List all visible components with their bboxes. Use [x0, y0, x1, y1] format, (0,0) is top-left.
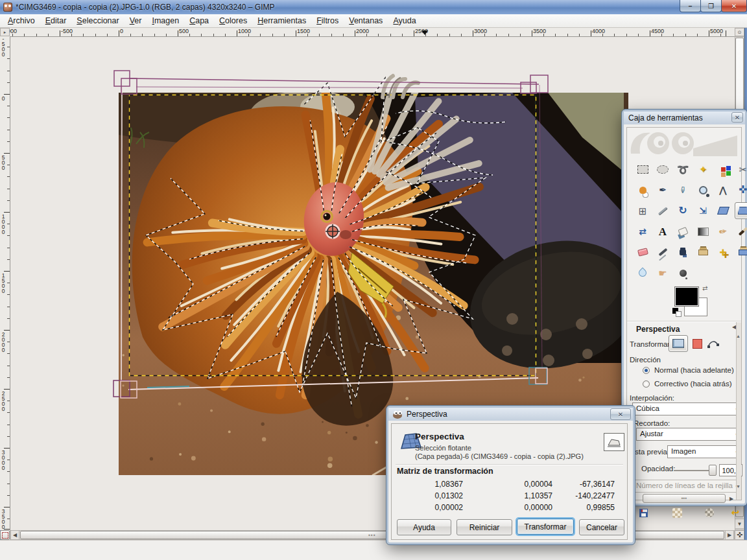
restore-icon: [672, 508, 682, 518]
smudge-tool[interactable]: ☛: [654, 264, 671, 281]
opacity-slider-track[interactable]: [674, 470, 711, 471]
move-tool[interactable]: ✜: [735, 181, 747, 198]
align-tool[interactable]: ⊞: [634, 202, 651, 219]
menu-imagen[interactable]: Imagen: [147, 15, 184, 27]
grid-slider[interactable]: ▪▪▪: [643, 494, 726, 503]
grid-lines-combo[interactable]: Número de líneas de la rejilla: [632, 480, 741, 493]
fuzzy-select-tool[interactable]: ✦: [694, 161, 711, 178]
rectangle-select-tool[interactable]: [634, 161, 651, 178]
menu-colores[interactable]: Colores: [214, 15, 252, 27]
h-ruler-label: 2000: [356, 28, 369, 34]
horizontal-ruler[interactable]: -1000-5000500100015002000250030003500400…: [10, 28, 735, 37]
pencil-tool[interactable]: ✏: [715, 223, 731, 240]
scroll-down-arrow[interactable]: ▼: [735, 519, 744, 529]
menu-herramientas[interactable]: Herramientas: [252, 15, 311, 27]
vertical-ruler[interactable]: -5000500100015002000250030003500: [0, 36, 10, 530]
menu-ver[interactable]: Ver: [124, 15, 147, 27]
title-bar[interactable]: *CIMG3469 - copia - copia (2).JPG-1.0 (R…: [0, 0, 747, 15]
foreground-color-swatch[interactable]: [675, 287, 698, 306]
measure-tool[interactable]: ⋀: [715, 181, 731, 198]
heal-tool[interactable]: ✚: [715, 244, 731, 261]
transform-button[interactable]: Transformar: [517, 519, 574, 535]
h-ruler-label: -500: [61, 28, 73, 34]
dialog-wilber-icon: [393, 410, 403, 419]
dialog-title-bar[interactable]: Perspectiva ✕: [388, 408, 633, 421]
shear-tool[interactable]: [715, 202, 731, 219]
menu-editar[interactable]: Editar: [40, 15, 72, 27]
gimp-app-icon: [3, 3, 12, 12]
gradient-tool[interactable]: [694, 223, 711, 240]
menu-ventanas[interactable]: Ventanas: [344, 15, 388, 27]
eraser-tool[interactable]: [634, 244, 651, 261]
perspective-tool[interactable]: [735, 202, 747, 219]
save-options-button[interactable]: [636, 507, 650, 519]
toolbox-close-icon[interactable]: ✕: [731, 112, 743, 122]
navigation-preview-button[interactable]: ✜: [735, 530, 744, 540]
interpolation-combo[interactable]: Cúbica: [632, 402, 741, 415]
tool-options-title: Perspectiva: [636, 325, 680, 334]
swap-colors-icon[interactable]: ⇄: [702, 285, 707, 292]
reset-options-button[interactable]: ↩: [728, 507, 742, 519]
ellipse-select-tool[interactable]: [654, 161, 671, 178]
rotate-tool[interactable]: ↻: [674, 202, 691, 219]
airbrush-tool[interactable]: [654, 244, 671, 261]
bucket-fill-tool[interactable]: [674, 223, 691, 240]
restore-button[interactable]: ❐: [700, 0, 722, 12]
reset-icon: ↩: [731, 507, 740, 519]
transform-pivot[interactable]: [326, 224, 340, 239]
text-tool[interactable]: A: [654, 223, 671, 240]
menu-filtros[interactable]: Filtros: [311, 15, 344, 27]
restore-options-button[interactable]: [670, 507, 684, 519]
interpolation-label: Interpolación:: [630, 394, 674, 402]
transform-path-button[interactable]: [706, 338, 720, 349]
menu-archivo[interactable]: Archivo: [3, 15, 40, 27]
scale-tool[interactable]: ⇲: [694, 202, 711, 219]
zoom-tool[interactable]: [694, 181, 711, 198]
crop-tool[interactable]: [654, 202, 671, 219]
layer-icon: [672, 339, 684, 348]
menu-capa[interactable]: Capa: [184, 15, 214, 27]
direction-normal-radio[interactable]: [643, 367, 650, 374]
menu-seleccionar[interactable]: Seleccionar: [71, 15, 124, 27]
dodge-burn-tool[interactable]: [674, 264, 691, 281]
delete-icon: [705, 508, 714, 517]
perspective-dialog: Perspectiva ✕ Perspectiva Selección flot…: [386, 406, 635, 544]
preview-combo[interactable]: Imagen: [667, 445, 741, 458]
quick-mask-toggle[interactable]: [0, 530, 10, 540]
default-colors-bg-icon[interactable]: [676, 311, 682, 317]
readjust-button[interactable]: [604, 433, 624, 451]
help-button[interactable]: Ayuda: [397, 519, 451, 535]
scroll-left-arrow[interactable]: ◀: [10, 530, 19, 540]
zoom-follow-button[interactable]: ⊙: [735, 28, 744, 36]
clone-tool[interactable]: [694, 244, 711, 261]
select-by-color-tool[interactable]: [715, 161, 731, 178]
grid-slider-right-arrow[interactable]: ▶: [729, 496, 733, 502]
color-picker-tool[interactable]: ✑: [674, 181, 691, 198]
flip-tool[interactable]: ⇄: [634, 223, 651, 240]
dialog-title: Perspectiva: [407, 410, 447, 419]
cancel-button[interactable]: Cancelar: [579, 519, 624, 535]
blur-tool[interactable]: [634, 264, 651, 281]
dialog-close-button[interactable]: ✕: [610, 408, 631, 420]
opacity-slider-handle[interactable]: [709, 465, 717, 476]
transform-selection-button[interactable]: [691, 338, 704, 349]
options-scrollbar[interactable]: ▲ ▼: [736, 322, 741, 500]
menu-ayuda[interactable]: Ayuda: [388, 15, 421, 27]
paintbrush-tool[interactable]: [735, 223, 747, 240]
perspective-clone-tool[interactable]: [735, 244, 747, 261]
ink-tool[interactable]: [674, 244, 691, 261]
ruler-corner-button[interactable]: ▸: [0, 28, 10, 36]
paths-tool[interactable]: ✒: [654, 181, 671, 198]
transform-layer-button[interactable]: [669, 335, 688, 352]
scroll-right-arrow[interactable]: ▶: [725, 530, 734, 540]
direction-corrective-radio[interactable]: [643, 380, 650, 388]
delete-options-button[interactable]: [702, 507, 717, 519]
close-button[interactable]: ✕: [721, 0, 747, 12]
scissors-select-tool[interactable]: ✂: [735, 161, 747, 178]
minimize-button[interactable]: –: [680, 0, 701, 12]
foreground-select-tool[interactable]: [634, 181, 651, 198]
free-select-tool[interactable]: ➰: [674, 161, 691, 178]
reset-button[interactable]: Reiniciar: [456, 519, 512, 535]
clipping-combo[interactable]: Ajustar: [636, 428, 741, 441]
toolbox-title-bar[interactable]: Caja de herramientas ✕: [624, 111, 745, 124]
